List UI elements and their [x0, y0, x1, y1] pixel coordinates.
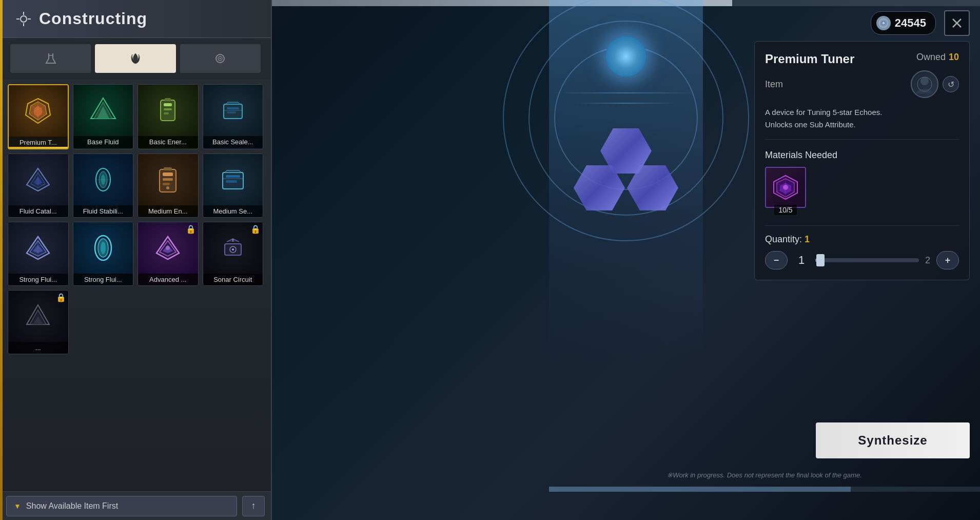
item-label: Basic Seale... — [203, 136, 263, 148]
selected-item-name: Premium Tuner — [765, 52, 854, 66]
currency-badge: 24545 — [871, 11, 936, 35]
tab-flame[interactable] — [95, 44, 175, 73]
lock-icon: 🔒 — [56, 293, 66, 302]
material-img — [765, 167, 806, 208]
quantity-slider-thumb[interactable] — [816, 254, 825, 266]
svg-point-54 — [166, 246, 170, 250]
title-bar: Constructing — [0, 0, 271, 38]
avatar-swap-btn[interactable]: ↺ — [943, 76, 959, 92]
svg-rect-25 — [227, 111, 236, 113]
list-item[interactable]: Strong Flui... — [73, 222, 134, 286]
svg-rect-22 — [165, 98, 171, 101]
item-label: Basic Ener... — [138, 136, 198, 148]
item-label: Sonar Circuit — [203, 274, 263, 285]
quantity-row: Quantity: 1 − 1 2 + — [765, 225, 959, 269]
glowing-orb — [605, 36, 646, 77]
svg-rect-42 — [226, 175, 240, 178]
list-item[interactable]: Basic Ener... — [138, 84, 199, 149]
quantity-value: 1 — [805, 234, 810, 244]
list-item[interactable]: Base Fluid — [73, 84, 134, 149]
svg-rect-21 — [164, 112, 169, 114]
quantity-display: 1 — [794, 254, 809, 267]
svg-point-64 — [882, 22, 885, 25]
svg-point-8 — [220, 58, 221, 60]
chevron-down-icon: ▼ — [14, 502, 21, 510]
quantity-controls: − 1 2 + — [765, 251, 959, 269]
bottom-progress-fill — [549, 487, 851, 492]
list-item[interactable]: 🔒 ... — [8, 290, 69, 354]
left-panel: Constructing — [0, 0, 272, 520]
owned-label: Owned — [916, 52, 946, 63]
list-item[interactable]: Premium T... — [8, 84, 69, 149]
svg-rect-19 — [164, 103, 172, 106]
synthesize-button[interactable]: Synthesize — [816, 422, 970, 458]
center-visual — [493, 26, 759, 313]
constructing-icon — [15, 11, 32, 27]
close-button[interactable] — [944, 10, 970, 36]
svg-rect-24 — [227, 107, 239, 109]
sort-icon: ↑ — [251, 500, 256, 511]
item-label: ... — [8, 342, 68, 354]
list-item[interactable]: Medium En... — [138, 153, 199, 218]
currency-amount: 24545 — [895, 16, 926, 30]
show-available-btn[interactable]: ▼ Show Available Item First — [6, 496, 237, 516]
material-item: 10/5 — [765, 167, 806, 215]
svg-point-75 — [783, 185, 788, 190]
item-label: Medium Se... — [203, 205, 263, 217]
item-label: Medium En... — [138, 205, 198, 217]
svg-rect-36 — [163, 172, 173, 176]
list-item[interactable]: 🔒 Sonar Circuit — [203, 222, 264, 286]
lock-icon: 🔒 — [186, 224, 196, 234]
avatar-area: ↺ — [911, 70, 959, 98]
owned-count: 10 — [949, 52, 959, 63]
lock-icon: 🔒 — [250, 224, 261, 234]
page-title: Constructing — [39, 9, 147, 28]
currency-icon — [876, 16, 891, 30]
svg-point-50 — [101, 242, 106, 254]
item-label: Fluid Catal... — [8, 205, 68, 217]
quantity-max: 2 — [925, 255, 930, 266]
sort-button[interactable]: ↑ — [242, 496, 265, 516]
owned-badge: Owned 10 — [916, 52, 959, 63]
tab-bar — [0, 38, 271, 79]
right-panel: 24545 Premium Tuner Owned 10 Item — [272, 0, 980, 520]
item-type-label: Item — [765, 79, 783, 90]
hex-cluster — [574, 128, 678, 210]
left-accent — [0, 0, 3, 520]
item-description: A device for Tuning 5-star Echoes. Unloc… — [765, 106, 959, 140]
list-item[interactable]: Medium Se... — [203, 153, 264, 218]
item-label: Advanced ... — [138, 274, 198, 285]
svg-point-0 — [21, 16, 27, 22]
list-item[interactable]: Strong Flui... — [8, 222, 69, 286]
quantity-increase-btn[interactable]: + — [936, 251, 959, 269]
list-item[interactable]: Fluid Stabili... — [73, 153, 134, 218]
svg-rect-37 — [163, 178, 173, 181]
tab-ring[interactable] — [180, 44, 261, 73]
top-right-ui: 24545 — [871, 10, 970, 36]
quantity-decrease-btn[interactable]: − — [765, 251, 788, 269]
bottom-bar: ▼ Show Available Item First ↑ — [0, 491, 271, 520]
show-available-label: Show Available Item First — [26, 502, 118, 511]
item-grid: Premium T... Base Fluid — [0, 79, 271, 491]
info-header: Premium Tuner Owned 10 — [765, 52, 959, 66]
item-label: Strong Flui... — [73, 274, 133, 285]
list-item[interactable]: Fluid Catal... — [8, 153, 69, 218]
svg-rect-39 — [164, 167, 172, 170]
quantity-slider[interactable] — [815, 258, 919, 262]
quantity-label: Quantity: 1 — [765, 234, 959, 245]
list-item[interactable]: Basic Seale... — [203, 84, 264, 149]
svg-rect-43 — [226, 180, 237, 183]
svg-point-57 — [232, 248, 234, 251]
item-label: Fluid Stabili... — [73, 205, 133, 217]
tab-lab[interactable] — [10, 44, 91, 73]
bottom-progress-bar — [549, 487, 980, 492]
svg-point-40 — [166, 186, 169, 189]
list-item[interactable]: 🔒 Advanced ... — [138, 222, 199, 286]
avatar — [911, 70, 938, 98]
svg-rect-38 — [163, 183, 170, 185]
item-label: Strong Flui... — [8, 274, 68, 285]
item-label: Base Fluid — [73, 136, 133, 148]
material-count: 10/5 — [774, 205, 796, 215]
item-type-row: Item ↺ — [765, 70, 959, 98]
info-panel: Premium Tuner Owned 10 Item ↺ A device f… — [754, 41, 970, 280]
